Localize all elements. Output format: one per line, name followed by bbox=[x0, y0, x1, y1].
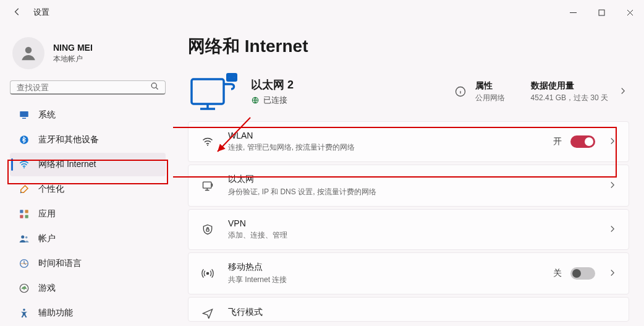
hotspot-toggle[interactable] bbox=[570, 267, 595, 280]
properties-block[interactable]: 属性 公用网络 bbox=[452, 80, 505, 103]
svg-point-23 bbox=[207, 145, 208, 146]
card-title: 飞行模式 bbox=[228, 307, 619, 318]
title-bar: 设置 bbox=[0, 0, 644, 25]
info-icon bbox=[452, 83, 469, 100]
card-wlan[interactable]: WLAN 连接, 管理已知网络, 按流量计费的网络 开 bbox=[188, 121, 629, 162]
hotspot-icon bbox=[200, 267, 216, 280]
wifi-icon bbox=[200, 135, 216, 148]
sidebar-item-bluetooth[interactable]: 蓝牙和其他设备 bbox=[10, 128, 166, 152]
sidebar-item-accessibility[interactable]: 辅助功能 bbox=[10, 301, 166, 325]
connection-name: 以太网 2 bbox=[251, 77, 294, 92]
card-vpn[interactable]: VPN 添加、连接、管理 bbox=[188, 209, 629, 250]
wifi-icon bbox=[19, 159, 30, 170]
system-icon bbox=[19, 109, 30, 121]
svg-point-12 bbox=[25, 236, 28, 239]
user-subtitle: 本地帐户 bbox=[53, 54, 93, 64]
card-sub: 添加、连接、管理 bbox=[228, 230, 604, 241]
main-panel: 网络和 Internet 以太网 2 bbox=[173, 25, 644, 326]
sidebar-item-system[interactable]: 系统 bbox=[10, 103, 166, 127]
connection-state: 已连接 bbox=[251, 95, 294, 106]
page-title: 网络和 Internet bbox=[188, 35, 629, 58]
card-hotspot[interactable]: 移动热点 共享 Internet 连接 关 bbox=[188, 252, 629, 294]
data-usage-block[interactable]: 数据使用量 452.41 GB，过去 30 天 bbox=[525, 80, 629, 103]
apps-icon bbox=[19, 208, 30, 220]
svg-rect-7 bbox=[20, 210, 23, 213]
toggle-label: 关 bbox=[553, 268, 562, 279]
card-sub: 连接, 管理已知网络, 按流量计费的网络 bbox=[228, 142, 553, 153]
card-title: VPN bbox=[228, 218, 604, 228]
properties-sub: 公用网络 bbox=[475, 93, 505, 103]
svg-rect-8 bbox=[25, 210, 28, 213]
svg-rect-25 bbox=[206, 229, 209, 231]
connection-status-row: 以太网 2 已连接 属性 公用网络 bbox=[188, 68, 629, 121]
svg-point-2 bbox=[151, 83, 156, 88]
sidebar-item-gaming[interactable]: 游戏 bbox=[10, 277, 166, 300]
chevron-right-icon bbox=[609, 268, 616, 278]
wlan-toggle[interactable] bbox=[570, 135, 595, 148]
minimize-button[interactable] bbox=[559, 0, 587, 25]
card-title: WLAN bbox=[228, 131, 553, 140]
sidebar-item-label: 蓝牙和其他设备 bbox=[38, 134, 99, 145]
search-box[interactable] bbox=[10, 80, 166, 95]
sidebar-item-apps[interactable]: 应用 bbox=[10, 202, 166, 226]
airplane-icon bbox=[200, 306, 216, 319]
svg-rect-0 bbox=[599, 10, 604, 15]
globe-icon bbox=[251, 96, 260, 105]
card-title: 移动热点 bbox=[228, 262, 553, 273]
svg-rect-4 bbox=[22, 118, 26, 119]
sidebar-item-network[interactable]: 网络和 Internet bbox=[10, 153, 166, 176]
sidebar-item-time-language[interactable]: 时间和语言 bbox=[10, 252, 166, 275]
svg-rect-3 bbox=[20, 111, 28, 117]
svg-rect-9 bbox=[20, 215, 23, 218]
svg-point-19 bbox=[233, 76, 235, 79]
sidebar-nav: 系统 蓝牙和其他设备 网络和 Internet 个性化 应用 帐户 bbox=[10, 103, 166, 326]
avatar bbox=[12, 37, 44, 69]
svg-point-1 bbox=[25, 47, 32, 54]
svg-point-26 bbox=[206, 272, 208, 274]
svg-point-15 bbox=[23, 309, 25, 311]
properties-label: 属性 bbox=[475, 80, 505, 92]
gaming-icon bbox=[19, 283, 30, 294]
sidebar: NING MEI 本地帐户 系统 蓝牙和其他设备 网络和 Internet bbox=[0, 25, 173, 326]
sidebar-item-label: 应用 bbox=[38, 208, 56, 220]
window-title: 设置 bbox=[33, 7, 49, 18]
sidebar-item-label: 个性化 bbox=[38, 184, 64, 195]
user-block[interactable]: NING MEI 本地帐户 bbox=[10, 31, 166, 80]
sidebar-item-label: 系统 bbox=[38, 109, 56, 121]
svg-rect-16 bbox=[192, 79, 224, 104]
chevron-right-icon bbox=[619, 87, 627, 97]
sidebar-item-label: 时间和语言 bbox=[38, 258, 82, 269]
svg-rect-24 bbox=[203, 182, 211, 188]
user-name: NING MEI bbox=[53, 43, 93, 53]
paintbrush-icon bbox=[19, 184, 30, 195]
data-usage-sub: 452.41 GB，过去 30 天 bbox=[531, 93, 608, 103]
maximize-button[interactable] bbox=[587, 0, 616, 25]
sidebar-item-personalization[interactable]: 个性化 bbox=[10, 178, 166, 201]
svg-point-11 bbox=[21, 235, 24, 238]
search-icon bbox=[149, 82, 160, 93]
svg-rect-10 bbox=[25, 215, 28, 218]
settings-cards: WLAN 连接, 管理已知网络, 按流量计费的网络 开 以太网 身份 bbox=[188, 121, 629, 322]
svg-point-6 bbox=[23, 167, 25, 168]
data-usage-label: 数据使用量 bbox=[531, 80, 608, 92]
card-sub: 身份验证, IP 和 DNS 设置, 按流量计费的网络 bbox=[228, 187, 604, 197]
chevron-right-icon bbox=[609, 137, 616, 147]
ethernet-icon bbox=[200, 179, 216, 192]
sidebar-item-accounts[interactable]: 帐户 bbox=[10, 227, 166, 251]
chevron-right-icon bbox=[609, 225, 616, 234]
back-button[interactable] bbox=[10, 7, 25, 18]
card-airplane[interactable]: 飞行模式 bbox=[188, 297, 629, 322]
close-button[interactable] bbox=[616, 0, 644, 25]
search-input[interactable] bbox=[17, 83, 149, 92]
sidebar-item-label: 帐户 bbox=[38, 233, 56, 244]
shield-lock-icon bbox=[200, 223, 216, 236]
card-ethernet[interactable]: 以太网 身份验证, IP 和 DNS 设置, 按流量计费的网络 bbox=[188, 165, 629, 207]
toggle-label: 开 bbox=[553, 136, 562, 147]
svg-point-18 bbox=[228, 76, 231, 79]
accessibility-icon bbox=[19, 307, 30, 319]
sidebar-item-label: 网络和 Internet bbox=[38, 159, 96, 170]
window-controls bbox=[559, 0, 644, 25]
card-sub: 共享 Internet 连接 bbox=[228, 275, 553, 285]
chevron-right-icon bbox=[609, 181, 616, 191]
card-title: 以太网 bbox=[228, 174, 604, 185]
